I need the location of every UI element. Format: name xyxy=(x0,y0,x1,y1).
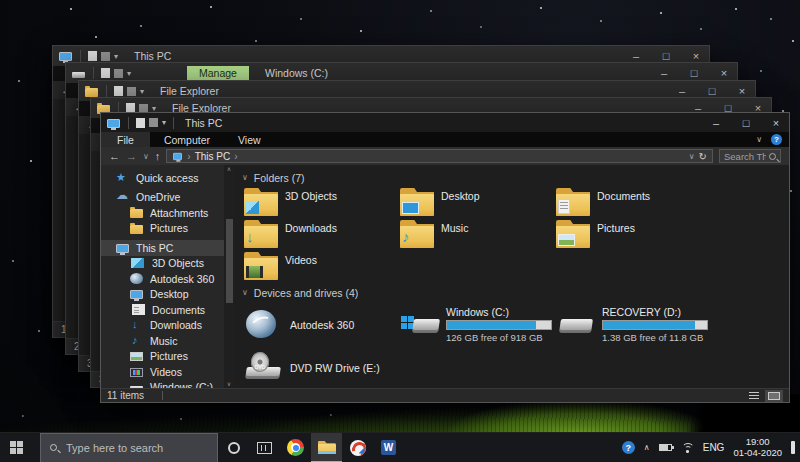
folder-tile[interactable]: Desktop xyxy=(400,187,556,219)
chevron-down-icon[interactable]: ▾ xyxy=(114,52,118,61)
refresh-icon[interactable]: ↻ xyxy=(699,151,707,162)
toolbar-icon[interactable] xyxy=(114,69,123,78)
clock-time: 19:00 xyxy=(746,437,770,448)
tab-computer[interactable]: Computer xyxy=(150,132,224,147)
ribbon-tabs: File Computer View ∨ ? xyxy=(101,132,789,147)
cortana-button[interactable] xyxy=(218,433,249,462)
tab-file[interactable]: File xyxy=(101,132,150,147)
folder-tile[interactable]: Videos xyxy=(244,251,400,283)
wifi-icon[interactable] xyxy=(681,443,694,453)
scroll-down-icon[interactable]: ∨ xyxy=(227,381,231,387)
toolbar-icon[interactable] xyxy=(127,87,136,96)
sidebar-item[interactable]: 3D Objects xyxy=(101,256,234,272)
folders-group-header[interactable]: ∨ Folders (7) xyxy=(242,170,789,185)
forward-icon[interactable]: → xyxy=(126,150,137,162)
language-indicator[interactable]: ENG xyxy=(703,442,725,453)
collapse-group-icon[interactable]: ∨ xyxy=(242,173,248,182)
properties-icon[interactable] xyxy=(136,118,145,128)
drive-label: RECOVERY (D:) xyxy=(602,306,712,318)
task-view-button[interactable] xyxy=(249,433,280,462)
help-icon[interactable]: ? xyxy=(771,134,782,145)
status-bar: 11 items xyxy=(101,388,789,402)
start-button[interactable] xyxy=(0,433,40,462)
search-input[interactable] xyxy=(724,151,766,162)
expand-ribbon-icon[interactable]: ∨ xyxy=(756,135,762,144)
address-dropdown-icon[interactable]: ∨ xyxy=(689,152,695,161)
sidebar-item[interactable]: Downloads xyxy=(101,318,234,334)
thumbnail-view-toggle[interactable] xyxy=(765,390,783,402)
new-folder-icon[interactable] xyxy=(149,118,158,127)
up-icon[interactable]: ↑ xyxy=(155,150,161,162)
sidebar-item[interactable]: Pictures xyxy=(101,349,234,365)
toolbar-icon[interactable] xyxy=(101,68,110,78)
file-explorer-window[interactable]: ▾ This PC – □ × File Computer View ∨ ? ←… xyxy=(100,112,790,403)
toolbar-icon[interactable] xyxy=(88,51,97,61)
sidebar-item[interactable]: Videos xyxy=(101,364,234,380)
toolbar-icon[interactable] xyxy=(101,52,110,61)
recent-locations-icon[interactable]: ∨ xyxy=(143,152,149,161)
autodesk-button[interactable] xyxy=(342,433,373,462)
customize-quick-access-icon[interactable]: ▾ xyxy=(162,118,166,127)
breadcrumb[interactable]: This PC xyxy=(195,151,231,162)
ribbon-spacer xyxy=(275,132,757,147)
drive-tile[interactable]: Windows (C:) 126 GB free of 918 GB xyxy=(400,302,556,345)
taskbar-search[interactable] xyxy=(40,433,218,462)
show-hidden-icons-chevron[interactable]: ∧ xyxy=(644,443,650,452)
drive-tile[interactable]: DVD RW Drive (E:) xyxy=(244,345,400,388)
sidebar-item[interactable]: OneDrive xyxy=(101,190,234,206)
collapse-group-icon[interactable]: ∨ xyxy=(242,288,248,297)
folder-tile[interactable]: Documents xyxy=(556,187,712,219)
sidebar-item[interactable]: Pictures xyxy=(101,221,234,237)
notification-icon[interactable] xyxy=(791,441,795,454)
sidebar-item[interactable]: This PC xyxy=(101,240,234,256)
drive-tile[interactable]: Autodesk 360 xyxy=(244,302,400,345)
help-tray-icon[interactable]: ? xyxy=(622,441,635,454)
folder-tile[interactable]: Pictures xyxy=(556,219,712,251)
title-bar[interactable]: ▾ This PC – □ × xyxy=(101,113,789,132)
details-view-icon[interactable] xyxy=(749,392,759,400)
folder-tile[interactable]: Downloads xyxy=(244,219,400,251)
thumbnail-view-icon xyxy=(768,392,780,400)
sidebar-scrollbar[interactable]: ∧ ∨ xyxy=(224,165,234,388)
file-explorer-button[interactable] xyxy=(311,433,342,462)
back-icon[interactable]: ← xyxy=(109,150,120,162)
maximize-button[interactable]: □ xyxy=(733,113,759,133)
crumb-separator-icon[interactable]: › xyxy=(234,151,237,162)
scroll-up-icon[interactable]: ∧ xyxy=(227,166,231,172)
close-button[interactable]: × xyxy=(763,113,789,133)
app-icon xyxy=(59,52,72,61)
sidebar-item[interactable]: Desktop xyxy=(101,287,234,303)
folder-overlay-icon xyxy=(402,228,410,246)
toolbar-icon[interactable] xyxy=(114,86,123,96)
sidebar-item[interactable]: Music xyxy=(101,333,234,349)
search-box[interactable] xyxy=(719,149,781,163)
word-button[interactable]: W xyxy=(373,433,404,462)
sidebar-item-icon xyxy=(130,319,143,331)
sidebar-item[interactable]: Attachments xyxy=(101,205,234,221)
taskbar-search-input[interactable] xyxy=(64,441,208,455)
drive-tile[interactable]: RECOVERY (D:) 1.38 GB free of 11.8 GB xyxy=(556,302,712,345)
folder-icon xyxy=(244,220,278,248)
sidebar-item[interactable]: Documents xyxy=(101,302,234,318)
folder-tile[interactable]: Music xyxy=(400,219,556,251)
minimize-button[interactable]: – xyxy=(703,113,729,133)
sidebar-item[interactable]: Autodesk 360 xyxy=(101,271,234,287)
folder-icon xyxy=(244,188,278,216)
folder-overlay-icon xyxy=(246,228,254,246)
sidebar-item-icon xyxy=(130,386,143,388)
clock[interactable]: 19:00 01-04-2020 xyxy=(733,437,782,458)
drives-group-header[interactable]: ∨ Devices and drives (4) xyxy=(242,285,789,300)
window-title: This PC xyxy=(185,117,222,129)
manage-ribbon-tab[interactable]: Manage xyxy=(187,66,249,80)
drive-icon xyxy=(400,308,440,342)
battery-icon[interactable] xyxy=(659,444,672,451)
sidebar-item[interactable]: Quick access xyxy=(101,170,234,186)
scrollbar-thumb[interactable] xyxy=(226,219,233,304)
tab-view[interactable]: View xyxy=(224,132,275,147)
sidebar-item[interactable]: Windows (C:) xyxy=(101,380,234,389)
chevron-down-icon[interactable]: ▾ xyxy=(140,87,144,96)
chrome-button[interactable] xyxy=(280,433,311,462)
address-input[interactable]: › This PC › ∨ ↻ xyxy=(166,149,713,163)
folder-tile[interactable]: 3D Objects xyxy=(244,187,400,219)
chevron-down-icon[interactable]: ▾ xyxy=(127,69,131,78)
